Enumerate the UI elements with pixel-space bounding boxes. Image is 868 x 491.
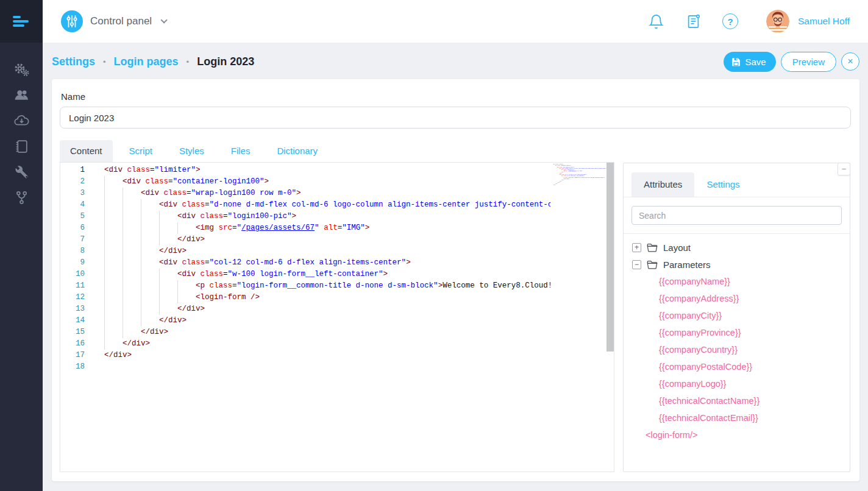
line-number[interactable]: 16 <box>60 338 98 350</box>
menu-button[interactable] <box>0 0 43 43</box>
line-number[interactable]: 15 <box>60 327 98 338</box>
tab-dictionary[interactable]: Dictionary <box>266 140 328 162</box>
sidebar-item-tools[interactable] <box>0 159 43 185</box>
parameter-item[interactable]: {{companyCountry}} <box>632 341 850 358</box>
line-number[interactable]: 11 <box>60 280 98 292</box>
user-name[interactable]: Samuel Hoff <box>798 16 850 27</box>
code-line[interactable]: </div> <box>104 350 550 361</box>
breadcrumb-link-login-pages[interactable]: Login pages <box>114 55 179 68</box>
code-line[interactable]: <div class="w-100 login-form__left-conta… <box>104 269 550 280</box>
parameter-item[interactable]: {{companyPostalCode}} <box>632 358 850 375</box>
line-number[interactable]: 14 <box>60 315 98 327</box>
page-bar: Settings • Login pages • Login 2023 Save… <box>52 51 859 72</box>
parameter-item[interactable]: {{companyName}} <box>632 273 850 290</box>
code-line[interactable]: <div class="col-12 col-md-6 d-flex align… <box>104 257 550 269</box>
tree-folder-parameters[interactable]: −Parameters <box>632 256 850 273</box>
sidebar-item-versions[interactable] <box>0 185 43 210</box>
code-line[interactable] <box>104 361 550 373</box>
floppy-disk-icon <box>731 57 741 67</box>
sidebar-item-users[interactable] <box>0 82 43 108</box>
parameter-item[interactable]: {{companyCity}} <box>632 307 850 324</box>
parameter-item[interactable]: {{companyAddress}} <box>632 290 850 307</box>
code-line[interactable]: <p class="login-form__common-title d-non… <box>104 280 550 292</box>
code-line[interactable]: </div> <box>104 246 550 257</box>
code-line[interactable]: </div> <box>104 315 550 327</box>
code-line[interactable]: <img src="/pages/assets/67" alt="IMG"> <box>104 222 550 234</box>
code-line[interactable]: </div> <box>104 338 550 350</box>
parameter-item[interactable]: {{technicalContactEmail}} <box>632 409 850 426</box>
bell-icon <box>648 13 664 30</box>
line-number[interactable]: 4 <box>60 199 98 211</box>
code-line[interactable]: </div> <box>104 303 550 315</box>
save-button[interactable]: Save <box>724 52 775 72</box>
tree-item-login-form[interactable]: <login-form/> <box>632 426 850 443</box>
breadcrumb-link-settings[interactable]: Settings <box>52 55 95 68</box>
collapse-toggle-icon[interactable]: − <box>632 260 641 269</box>
code-content[interactable]: <div class="limiter"><div class="contain… <box>553 164 607 187</box>
line-numbers-gutter[interactable]: 123456789101112131415161718 <box>60 164 98 373</box>
code-content[interactable]: <div class="limiter"><div class="contain… <box>104 164 550 373</box>
line-number[interactable]: 6 <box>60 222 98 234</box>
line-number[interactable]: 3 <box>60 188 98 199</box>
folder-icon <box>647 243 658 252</box>
code-line[interactable]: <div class="container-login100"> <box>104 176 550 188</box>
line-number[interactable]: 12 <box>60 292 98 303</box>
tab-files[interactable]: Files <box>221 140 261 162</box>
code-line[interactable]: <login-form /> <box>104 292 550 303</box>
help-button[interactable]: ? <box>722 13 738 29</box>
tree-folder-layout[interactable]: +Layout <box>632 239 850 256</box>
line-number[interactable]: 10 <box>60 269 98 280</box>
line-number[interactable]: 17 <box>60 350 98 361</box>
expand-toggle-icon[interactable]: + <box>632 243 641 252</box>
minimize-panel-button[interactable]: − <box>838 163 850 175</box>
breadcrumb-separator: • <box>187 57 190 66</box>
code-line[interactable] <box>553 186 607 187</box>
close-button[interactable]: × <box>841 52 859 71</box>
name-input[interactable] <box>60 107 851 129</box>
sidebar-item-downloads[interactable] <box>0 108 43 133</box>
minimap[interactable]: <div class="limiter"><div class="contain… <box>553 164 607 470</box>
code-line[interactable]: </div> <box>104 234 550 246</box>
parameter-item[interactable]: {{technicalContactName}} <box>632 392 850 409</box>
attributes-panel: − AttributesSettings +Layout−Parameters{… <box>623 163 850 472</box>
search-input[interactable] <box>631 206 842 225</box>
code-line[interactable]: </div> <box>104 327 550 338</box>
breadcrumb: Settings • Login pages • Login 2023 <box>52 55 254 68</box>
name-label: Name <box>61 91 85 102</box>
parameter-item[interactable]: {{companyProvince}} <box>632 324 850 341</box>
app-switcher[interactable]: Control panel <box>61 10 165 32</box>
tab-content[interactable]: Content <box>60 140 113 162</box>
breadcrumb-separator: • <box>103 57 106 66</box>
line-number[interactable]: 7 <box>60 234 98 246</box>
git-branch-icon <box>13 189 30 206</box>
line-number[interactable]: 18 <box>60 361 98 373</box>
line-number[interactable]: 8 <box>60 246 98 257</box>
code-line[interactable]: <div class="wrap-login100 row m-0"> <box>104 188 550 199</box>
line-number[interactable]: 9 <box>60 257 98 269</box>
panel-tab-attributes[interactable]: Attributes <box>631 172 694 197</box>
sidebar-item-journal[interactable] <box>0 133 43 159</box>
sidebar-item-settings[interactable] <box>0 57 43 82</box>
parameter-item[interactable]: {{companyLogo}} <box>632 375 850 392</box>
line-number[interactable]: 13 <box>60 303 98 315</box>
notifications-button[interactable] <box>648 13 664 30</box>
line-number[interactable]: 2 <box>60 176 98 188</box>
tab-script[interactable]: Script <box>119 140 163 162</box>
code-line[interactable]: <div class="d-none d-md-flex col-md-6 lo… <box>104 199 550 211</box>
docs-button[interactable] <box>685 13 702 30</box>
code-line[interactable]: <div class="login100-pic"> <box>104 211 550 222</box>
editor-scrollbar[interactable] <box>607 163 614 351</box>
tab-styles[interactable]: Styles <box>169 140 215 162</box>
line-number[interactable]: 1 <box>60 164 98 176</box>
chevron-down-icon <box>161 16 168 23</box>
avatar[interactable] <box>766 10 789 33</box>
code-editor[interactable]: 123456789101112131415161718 <div class="… <box>60 162 614 472</box>
notepad-icon <box>685 13 702 30</box>
line-number[interactable]: 5 <box>60 211 98 222</box>
editor-card: Name ContentScriptStylesFilesDictionary … <box>52 79 859 481</box>
panel-tabs: AttributesSettings <box>624 172 850 197</box>
folder-label: Layout <box>663 242 691 253</box>
code-line[interactable]: <div class="limiter"> <box>104 164 550 176</box>
panel-tab-settings[interactable]: Settings <box>694 172 752 197</box>
preview-button[interactable]: Preview <box>781 52 836 72</box>
